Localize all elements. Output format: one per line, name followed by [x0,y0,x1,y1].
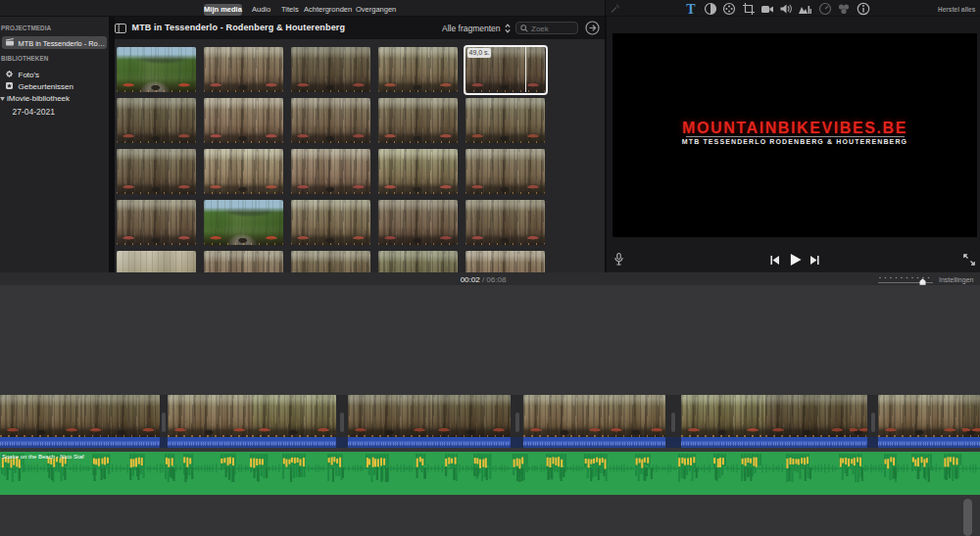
svg-text:T: T [686,2,696,16]
